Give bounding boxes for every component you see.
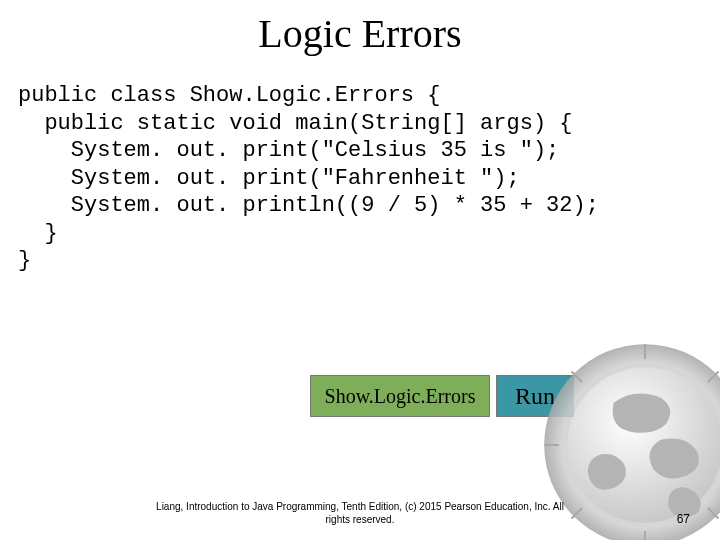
slide-title: Logic Errors bbox=[0, 0, 720, 57]
page-number: 67 bbox=[677, 512, 690, 526]
code-block: public class Show.Logic.Errors { public … bbox=[0, 57, 720, 275]
action-button-row: Show.Logic.Errors Run bbox=[310, 375, 574, 417]
copyright-footer: Liang, Introduction to Java Programming,… bbox=[0, 501, 720, 526]
footer-line-1: Liang, Introduction to Java Programming,… bbox=[156, 501, 564, 512]
slide: Logic Errors public class Show.Logic.Err… bbox=[0, 0, 720, 540]
file-button-label: Show.Logic.Errors bbox=[325, 385, 476, 408]
footer-line-2: rights reserved. bbox=[326, 514, 395, 525]
show-logic-errors-button[interactable]: Show.Logic.Errors bbox=[310, 375, 490, 417]
